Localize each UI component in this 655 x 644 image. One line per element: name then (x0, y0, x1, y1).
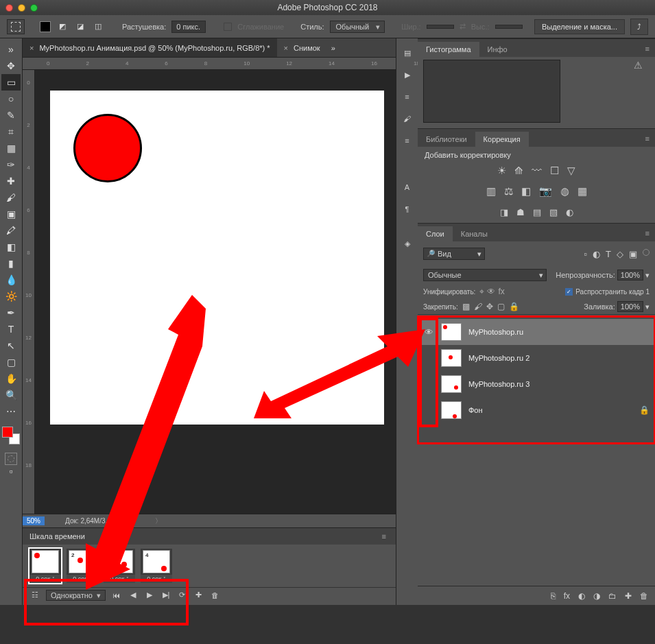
panel-menu-icon[interactable]: ≡ (640, 225, 655, 241)
status-arrow-icon[interactable]: 〉 (155, 516, 162, 526)
layer-row[interactable]: MyPhotoshop.ru 3 (418, 371, 655, 397)
canvas-area[interactable] (35, 70, 396, 514)
new-group-icon[interactable]: 🗀 (608, 591, 617, 601)
unify-style-icon[interactable]: fx (498, 287, 504, 296)
zoom-level[interactable]: 50% (23, 516, 45, 525)
invert-icon[interactable]: ◨ (500, 207, 508, 217)
tab-info[interactable]: Инфо (479, 42, 516, 57)
link-layers-icon[interactable]: ⎘ (551, 591, 556, 601)
gradient-tool[interactable]: ▮ (1, 255, 21, 272)
tab-channels[interactable]: Каналы (453, 226, 496, 241)
layer-thumbnail[interactable] (441, 349, 462, 367)
new-layer-icon[interactable]: ✚ (625, 591, 632, 601)
canvas[interactable] (50, 91, 384, 425)
filter-toggle[interactable] (643, 249, 650, 256)
cube-icon[interactable]: ◈ (400, 236, 415, 251)
marquee-tool[interactable]: ▭ (1, 74, 21, 91)
panel-menu-icon[interactable]: ≡ (377, 528, 392, 545)
lock-move-icon[interactable]: ✥ (486, 302, 493, 311)
delete-layer-icon[interactable]: 🗑 (640, 591, 648, 601)
levels-icon[interactable]: ⟰ (514, 165, 523, 177)
layer-thumbnail[interactable] (441, 375, 462, 393)
expand-toolbar-icon[interactable]: » (1, 41, 21, 58)
add-mask-icon[interactable]: ◐ (578, 591, 585, 601)
lock-all-icon[interactable]: 🔒 (509, 302, 519, 311)
propagate-checkbox[interactable]: ✓ (565, 288, 573, 296)
layer-thumbnail[interactable] (441, 401, 462, 419)
next-frame-icon[interactable]: ▶| (160, 591, 171, 599)
warning-icon[interactable]: ⚠ (634, 60, 652, 126)
history-brush-tool[interactable]: 🖍 (1, 222, 21, 239)
letter-a-icon[interactable]: A (400, 180, 415, 195)
new-frame-icon[interactable]: ✚ (193, 591, 204, 599)
timeline-frame[interactable]: 10 сек.˅ (29, 549, 61, 583)
delete-frame-icon[interactable]: 🗑 (210, 591, 221, 599)
tool-indicator[interactable] (7, 19, 25, 34)
hue-sat-icon[interactable]: ▥ (486, 185, 496, 198)
path-select-tool[interactable]: ↖ (1, 337, 21, 354)
opacity-value[interactable]: 100% (617, 270, 643, 281)
document-tab-active[interactable]: × MyPhotoshop.ru Анимация.psd @ 50% (MyP… (23, 38, 277, 57)
quick-mask-toggle[interactable] (5, 453, 17, 465)
vibrance-icon[interactable]: ▽ (567, 165, 575, 177)
ruler-horizontal[interactable]: 024681012141618 (23, 58, 396, 70)
layer-row[interactable]: MyPhotoshop.ru 2 (418, 345, 655, 371)
timeline-frame[interactable]: 30 сек.˅ (104, 549, 135, 583)
threshold-icon[interactable]: ▤ (533, 207, 541, 217)
opacity-chevron-icon[interactable]: ▾ (645, 271, 650, 279)
frame-duration[interactable]: 0 сек.˅ (67, 575, 98, 583)
subtract-selection-icon[interactable]: ◫ (92, 21, 104, 33)
layer-thumbnail[interactable] (441, 323, 462, 341)
new-selection-icon[interactable]: ◩ (56, 21, 69, 33)
document-tab-second[interactable]: × Снимок (277, 38, 327, 57)
tab-layers[interactable]: Слои (418, 226, 453, 241)
fill-chevron-icon[interactable]: ▾ (645, 302, 650, 311)
layer-row[interactable]: 👁MyPhotoshop.ru (418, 319, 655, 345)
clone-stamp-tool[interactable]: ▣ (1, 206, 21, 222)
brush-panel-icon[interactable]: 🖌 (400, 111, 415, 126)
frame-tool[interactable]: ▦ (1, 140, 21, 156)
layer-visibility-toggle[interactable]: 👁 (423, 327, 434, 337)
eyedropper-tool[interactable]: ✑ (1, 156, 21, 173)
frame-duration[interactable]: 0 сек.˅ (29, 575, 61, 583)
timeline-convert-icon[interactable]: ☷ (29, 591, 40, 599)
zoom-tool[interactable]: 🔍 (1, 387, 21, 403)
crop-tool[interactable]: ⌗ (1, 123, 21, 140)
frame-duration[interactable]: 0 сек.˅ (104, 575, 135, 583)
lookup-icon[interactable]: ▦ (577, 185, 587, 198)
tween-icon[interactable]: ⟳ (177, 591, 188, 599)
screen-mode-icon[interactable]: ▫ (1, 465, 21, 477)
lock-artboard-icon[interactable]: ▢ (497, 302, 505, 311)
play-icon[interactable]: ▶ (400, 67, 415, 82)
timeline-frame[interactable]: 40 сек.˅ (141, 549, 172, 583)
lock-transparent-icon[interactable]: ▩ (462, 302, 470, 311)
play-icon[interactable]: ▶ (144, 591, 155, 599)
add-selection-icon[interactable]: ◪ (74, 21, 86, 33)
eraser-tool[interactable]: ◧ (1, 239, 21, 255)
curves-icon[interactable]: 〰 (532, 165, 542, 177)
frame-duration[interactable]: 0 сек.˅ (141, 575, 172, 583)
panel-bars2-icon[interactable]: ≡ (400, 89, 415, 104)
filter-pixel-icon[interactable]: ▫ (584, 249, 587, 259)
filter-type-icon[interactable]: T (606, 249, 611, 259)
layer-fx-icon[interactable]: fx (564, 591, 570, 601)
selective-color-icon[interactable]: ◐ (566, 207, 573, 217)
filter-shape-icon[interactable]: ◇ (617, 249, 623, 259)
bw-icon[interactable]: ◧ (521, 185, 531, 198)
tab-overflow-icon[interactable]: » (327, 38, 340, 57)
new-adjust-icon[interactable]: ◑ (593, 591, 600, 601)
tab-adjustments[interactable]: Коррекция (475, 132, 529, 147)
move-tool[interactable]: ✥ (1, 58, 21, 74)
foreground-swatch-icon[interactable] (40, 21, 51, 32)
first-frame-icon[interactable]: ⏮ (111, 591, 122, 599)
panel-menu-icon[interactable]: ≡ (640, 40, 655, 57)
exposure-icon[interactable]: ☐ (550, 165, 559, 177)
color-balance-icon[interactable]: ⚖ (504, 185, 513, 198)
channel-mixer-icon[interactable]: ◍ (560, 185, 569, 198)
layer-filter-dropdown[interactable]: Вид (423, 248, 485, 260)
filter-smart-icon[interactable]: ▣ (629, 249, 637, 259)
panel-menu-icon[interactable]: ≡ (640, 130, 655, 147)
brightness-contrast-icon[interactable]: ☀ (497, 165, 506, 177)
paragraph-panel-icon[interactable]: ≡ (400, 133, 415, 148)
panel-bars-icon[interactable]: ▤ (400, 45, 415, 60)
